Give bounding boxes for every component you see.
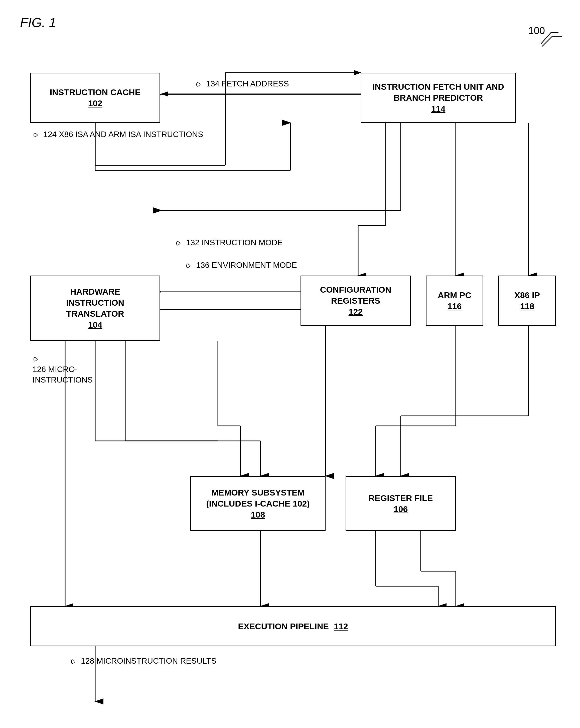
memory-subsystem-title1: MEMORY SUBSYSTEM <box>206 487 310 498</box>
fetch-unit-ref: 114 <box>372 103 504 114</box>
memory-subsystem-ref: 108 <box>206 509 310 520</box>
x86-ip-title: X86 IP <box>515 290 540 301</box>
instruction-cache-block: INSTRUCTION CACHE 102 <box>30 73 160 123</box>
micro-instructions-label: 126 MICRO- INSTRUCTIONS <box>32 343 93 385</box>
x86-ip-ref: 118 <box>515 301 540 312</box>
x86-ip-block: X86 IP 118 <box>498 276 556 326</box>
memory-subsystem-title2: (INCLUDES I-CACHE 102) <box>206 498 310 509</box>
fetch-address-label: 134 FETCH ADDRESS <box>195 79 289 89</box>
instruction-cache-ref: 102 <box>50 98 141 109</box>
register-file-ref: 106 <box>369 503 433 515</box>
fetch-unit-title2: BRANCH PREDICTOR <box>372 92 504 103</box>
hw-translator-title1: HARDWARE <box>66 286 124 297</box>
arm-pc-title: ARM PC <box>438 290 471 301</box>
environment-mode-label: 136 ENVIRONMENT MODE <box>185 261 297 271</box>
config-reg-title2: REGISTERS <box>320 295 391 306</box>
register-file-block: REGISTER FILE 106 <box>346 476 456 531</box>
instruction-cache-title: INSTRUCTION CACHE <box>50 87 141 98</box>
memory-subsystem-block: MEMORY SUBSYSTEM (INCLUDES I-CACHE 102) … <box>190 476 325 531</box>
fetch-unit-block: INSTRUCTION FETCH UNIT AND BRANCH PREDIC… <box>361 73 516 123</box>
exec-pipeline-ref: 112 <box>334 621 348 632</box>
execution-pipeline-block: EXECUTION PIPELINE 112 <box>30 606 556 646</box>
config-reg-title1: CONFIGURATION <box>320 284 391 295</box>
x86-isa-label: 124 X86 ISA AND ARM ISA INSTRUCTIONS <box>32 130 203 140</box>
config-registers-block: CONFIGURATION REGISTERS 122 <box>300 276 411 326</box>
instruction-mode-label: 132 INSTRUCTION MODE <box>175 238 283 248</box>
fetch-unit-title1: INSTRUCTION FETCH UNIT AND <box>372 81 504 92</box>
figure-label: FIG. 1 <box>20 15 56 30</box>
microinstruction-results-label: 128 MICROINSTRUCTION RESULTS <box>70 656 217 667</box>
arm-pc-block: ARM PC 116 <box>426 276 483 326</box>
hw-translator-title2: INSTRUCTION <box>66 297 124 308</box>
config-reg-ref: 122 <box>320 306 391 317</box>
figure-ref-number: 100 <box>528 25 545 36</box>
exec-pipeline-title: EXECUTION PIPELINE <box>238 621 329 632</box>
hw-translator-ref: 104 <box>66 319 124 330</box>
register-file-title: REGISTER FILE <box>369 493 433 503</box>
arm-pc-ref: 116 <box>438 301 471 312</box>
hw-translator-title3: TRANSLATOR <box>66 308 124 319</box>
svg-line-13 <box>542 36 552 46</box>
hw-translator-block: HARDWARE INSTRUCTION TRANSLATOR 104 <box>30 276 160 341</box>
